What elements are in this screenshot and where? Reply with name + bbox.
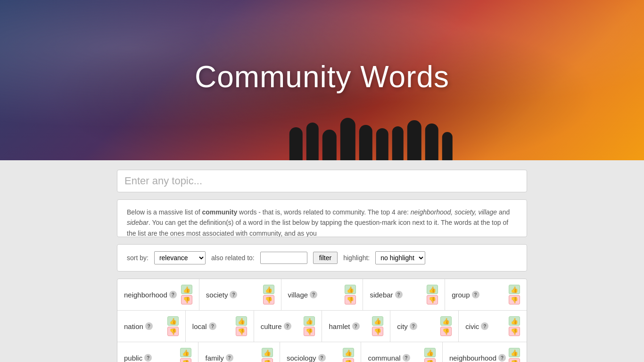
thumbdown-city[interactable]: 👎 bbox=[440, 327, 452, 336]
vote-buttons-group: 👍 👎 bbox=[509, 285, 520, 304]
thumbdown-group[interactable]: 👎 bbox=[509, 295, 520, 304]
word-village: village bbox=[288, 291, 308, 299]
thumbup-sidebar[interactable]: 👍 bbox=[427, 285, 438, 294]
vote-buttons-civic: 👍 👎 bbox=[509, 316, 520, 336]
question-icon-village[interactable]: ? bbox=[310, 291, 317, 298]
thumbup-communal[interactable]: 👍 bbox=[424, 348, 436, 357]
word-neighborhood: neighborhood bbox=[124, 291, 167, 299]
thumbup-nation[interactable]: 👍 bbox=[167, 316, 179, 326]
word-public: public bbox=[124, 354, 142, 362]
word-cell-sidebar: sidebar ? 👍 👎 bbox=[363, 279, 445, 310]
vote-buttons-sociology: 👍 👎 bbox=[343, 348, 354, 362]
word-civic: civic bbox=[465, 322, 479, 330]
vote-buttons-neighborhood: 👍 👎 bbox=[181, 285, 192, 304]
thumbdown-neighborhood[interactable]: 👎 bbox=[181, 295, 192, 304]
controls-bar: sort by: relevance alphabetical length a… bbox=[117, 244, 527, 272]
highlight-label: highlight: bbox=[343, 254, 370, 262]
question-icon-family[interactable]: ? bbox=[226, 354, 233, 362]
also-related-input[interactable] bbox=[260, 252, 307, 264]
word-grid: neighborhood ? 👍 👎 society ? 👍 👎 village… bbox=[117, 279, 527, 362]
question-icon-group[interactable]: ? bbox=[472, 291, 479, 298]
thumbdown-nation[interactable]: 👎 bbox=[167, 327, 179, 336]
search-container bbox=[117, 170, 527, 192]
word-cell-neighborhood: neighborhood ? 👍 👎 bbox=[117, 279, 199, 310]
word-hamlet: hamlet bbox=[329, 322, 350, 330]
thumbdown-family[interactable]: 👎 bbox=[262, 358, 273, 362]
vote-buttons-hamlet: 👍 👎 bbox=[372, 316, 383, 336]
filter-button[interactable]: filter bbox=[313, 252, 338, 264]
thumbup-public[interactable]: 👍 bbox=[180, 348, 191, 357]
word-cell-city: city ? 👍 👎 bbox=[390, 311, 459, 342]
sort-label: sort by: bbox=[127, 254, 149, 262]
thumbdown-society[interactable]: 👎 bbox=[263, 295, 274, 304]
person-silhouette bbox=[359, 125, 372, 160]
vote-buttons-public: 👍 👎 bbox=[180, 348, 191, 362]
question-icon-local[interactable]: ? bbox=[209, 322, 216, 330]
vote-buttons-culture: 👍 👎 bbox=[304, 316, 315, 336]
thumbup-family[interactable]: 👍 bbox=[262, 348, 273, 357]
thumbdown-sidebar[interactable]: 👎 bbox=[427, 295, 438, 304]
thumbup-hamlet[interactable]: 👍 bbox=[372, 316, 383, 326]
word-row: neighborhood ? 👍 👎 society ? 👍 👎 village… bbox=[117, 279, 527, 311]
highlight-select[interactable]: no highlight nouns verbs adjectives adve… bbox=[375, 251, 425, 264]
word-society: society bbox=[206, 291, 228, 299]
thumbup-city[interactable]: 👍 bbox=[440, 316, 452, 326]
person-silhouette bbox=[306, 123, 319, 160]
sort-select[interactable]: relevance alphabetical length bbox=[154, 251, 206, 264]
word-culture: culture bbox=[261, 322, 282, 330]
thumbup-group[interactable]: 👍 bbox=[509, 285, 520, 294]
vote-buttons-local: 👍 👎 bbox=[236, 316, 247, 336]
person-silhouette bbox=[442, 132, 453, 160]
person-silhouette bbox=[407, 120, 421, 160]
hero-silhouette bbox=[289, 118, 453, 160]
thumbup-sociology[interactable]: 👍 bbox=[343, 348, 354, 357]
also-related-label: also related to: bbox=[211, 254, 255, 262]
question-icon-sociology[interactable]: ? bbox=[318, 354, 326, 362]
question-icon-public[interactable]: ? bbox=[144, 354, 152, 362]
word-cell-hamlet: hamlet ? 👍 👎 bbox=[322, 311, 390, 342]
thumbup-culture[interactable]: 👍 bbox=[304, 316, 315, 326]
thumbdown-hamlet[interactable]: 👎 bbox=[372, 327, 383, 336]
search-input[interactable] bbox=[124, 175, 520, 187]
word-cell-neighbourhood: neighbourhood ? 👍 👎 bbox=[443, 342, 527, 362]
question-icon-sidebar[interactable]: ? bbox=[395, 291, 403, 298]
question-icon-communal[interactable]: ? bbox=[403, 354, 410, 362]
thumbdown-neighbourhood[interactable]: 👎 bbox=[509, 358, 520, 362]
word-group: group bbox=[452, 291, 470, 299]
question-icon-neighbourhood[interactable]: ? bbox=[498, 354, 506, 362]
word-cell-culture: culture ? 👍 👎 bbox=[254, 311, 322, 342]
thumbup-neighbourhood[interactable]: 👍 bbox=[509, 348, 520, 357]
thumbup-society[interactable]: 👍 bbox=[263, 285, 274, 294]
thumbdown-communal[interactable]: 👎 bbox=[424, 358, 436, 362]
person-silhouette bbox=[425, 123, 438, 160]
question-icon-society[interactable]: ? bbox=[230, 291, 237, 298]
question-icon-neighborhood[interactable]: ? bbox=[169, 291, 177, 298]
person-silhouette bbox=[289, 127, 303, 160]
word-cell-public: public ? 👍 👎 bbox=[117, 342, 198, 362]
thumbup-village[interactable]: 👍 bbox=[345, 285, 356, 294]
thumbdown-local[interactable]: 👎 bbox=[236, 327, 247, 336]
question-icon-nation[interactable]: ? bbox=[145, 322, 153, 330]
thumbdown-sociology[interactable]: 👎 bbox=[343, 358, 354, 362]
vote-buttons-nation: 👍 👎 bbox=[167, 316, 179, 336]
thumbup-neighborhood[interactable]: 👍 bbox=[181, 285, 192, 294]
question-icon-culture[interactable]: ? bbox=[284, 322, 291, 330]
thumbdown-village[interactable]: 👎 bbox=[345, 295, 356, 304]
question-icon-hamlet[interactable]: ? bbox=[352, 322, 360, 330]
thumbup-local[interactable]: 👍 bbox=[236, 316, 247, 326]
vote-buttons-family: 👍 👎 bbox=[262, 348, 273, 362]
thumbup-civic[interactable]: 👍 bbox=[509, 316, 520, 326]
word-row: public ? 👍 👎 family ? 👍 👎 sociology ? bbox=[117, 342, 527, 362]
vote-buttons-sidebar: 👍 👎 bbox=[427, 285, 438, 304]
thumbdown-public[interactable]: 👎 bbox=[180, 358, 191, 362]
question-icon-civic[interactable]: ? bbox=[481, 322, 488, 330]
vote-buttons-society: 👍 👎 bbox=[263, 285, 274, 304]
word-cell-family: family ? 👍 👎 bbox=[198, 342, 280, 362]
hero-banner: Community Words bbox=[0, 0, 644, 160]
person-silhouette bbox=[322, 130, 337, 160]
thumbdown-culture[interactable]: 👎 bbox=[304, 327, 315, 336]
question-icon-city[interactable]: ? bbox=[410, 322, 417, 330]
word-nation: nation bbox=[124, 322, 143, 330]
thumbdown-civic[interactable]: 👎 bbox=[509, 327, 520, 336]
word-local: local bbox=[192, 322, 207, 330]
